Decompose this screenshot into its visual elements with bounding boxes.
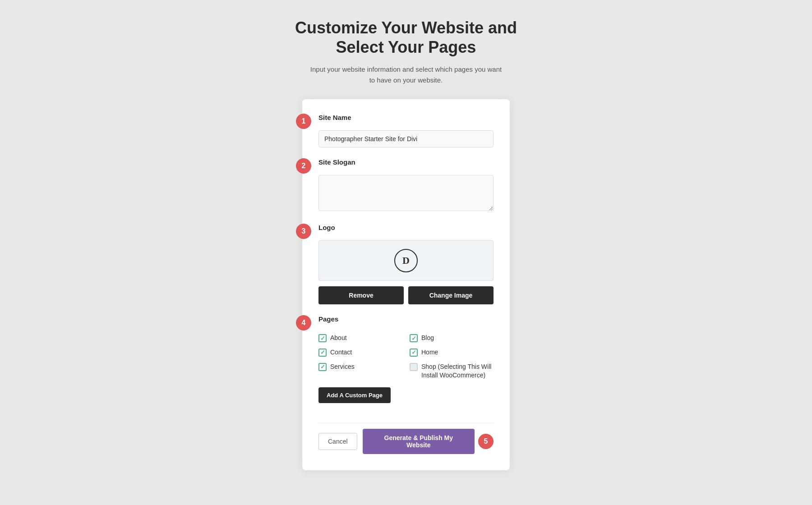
page-item-home: ✓ Home: [410, 348, 494, 357]
checkbox-services[interactable]: ✓: [318, 363, 327, 371]
checkbox-shop[interactable]: [410, 363, 418, 371]
page-item-services: ✓ Services: [318, 363, 402, 380]
remove-logo-button[interactable]: Remove: [318, 286, 404, 304]
step4-label: Pages: [318, 315, 338, 323]
pages-grid: ✓ About ✓ Blog ✓ Contact: [318, 334, 494, 380]
page-label-blog: Blog: [421, 334, 434, 343]
page-label-about: About: [330, 334, 347, 343]
add-custom-page-button[interactable]: Add A Custom Page: [318, 387, 391, 403]
logo-preview: D: [318, 240, 494, 281]
cancel-button[interactable]: Cancel: [318, 433, 357, 450]
checkbox-about[interactable]: ✓: [318, 334, 327, 342]
step5-badge: 5: [478, 434, 494, 449]
step4-badge: 4: [296, 315, 311, 331]
checkbox-blog[interactable]: ✓: [410, 334, 418, 342]
form-card: 1 Site Name 2 Site Slogan 3 Logo D: [302, 99, 510, 470]
checkbox-home[interactable]: ✓: [410, 349, 418, 357]
step2-label: Site Slogan: [318, 158, 355, 166]
step4-section: 4 Pages ✓ About ✓ Blog: [318, 315, 494, 412]
step1-section: 1 Site Name: [318, 114, 494, 147]
logo-buttons: Remove Change Image: [318, 286, 494, 304]
page-label-shop: Shop (Selecting This Will Install WooCom…: [421, 363, 494, 380]
step3-badge: 3: [296, 224, 311, 239]
page-label-contact: Contact: [330, 348, 352, 357]
step2-badge: 2: [296, 158, 311, 174]
publish-row: Generate & Publish My Website 5: [363, 429, 494, 454]
step2-section: 2 Site Slogan: [318, 158, 494, 213]
page-label-services: Services: [330, 363, 355, 372]
page-wrapper: Customize Your Website and Select Your P…: [9, 18, 803, 470]
site-name-input[interactable]: [318, 130, 494, 147]
change-image-button[interactable]: Change Image: [408, 286, 494, 304]
page-label-home: Home: [421, 348, 438, 357]
step1-badge: 1: [296, 114, 311, 129]
step1-label: Site Name: [318, 114, 351, 121]
logo-d-icon: D: [394, 249, 418, 272]
page-item-shop: Shop (Selecting This Will Install WooCom…: [410, 363, 494, 380]
site-slogan-input[interactable]: [318, 175, 494, 211]
step3-section: 3 Logo D Remove Change Image: [318, 224, 494, 304]
page-title: Customize Your Website and Select Your P…: [295, 18, 517, 57]
page-item-contact: ✓ Contact: [318, 348, 402, 357]
checkbox-contact[interactable]: ✓: [318, 349, 327, 357]
form-footer: Cancel Generate & Publish My Website 5: [318, 423, 494, 454]
page-item-about: ✓ About: [318, 334, 402, 343]
page-subtitle: Input your website information and selec…: [307, 64, 505, 86]
publish-button[interactable]: Generate & Publish My Website: [363, 429, 475, 454]
page-item-blog: ✓ Blog: [410, 334, 494, 343]
step3-label: Logo: [318, 224, 335, 231]
